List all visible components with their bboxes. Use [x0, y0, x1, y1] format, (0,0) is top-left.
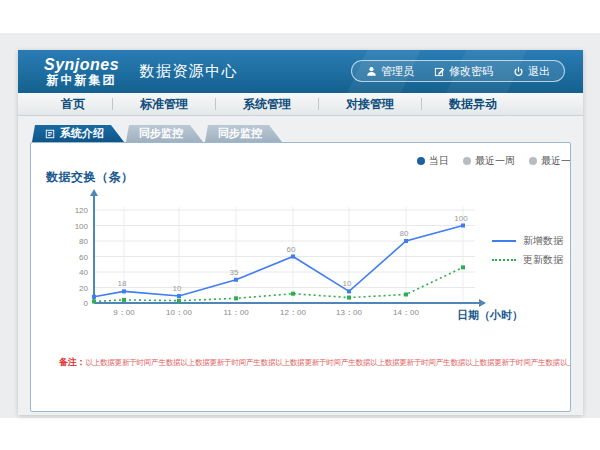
range-option-label: 当日	[429, 154, 449, 168]
svg-text:日期（小时）: 日期（小时）	[457, 309, 523, 322]
content-area: 系统介绍 同步监控 同步监控 当日 最近一周	[18, 116, 583, 415]
legend-item-new-data: 新增数据	[492, 231, 563, 250]
svg-text:35: 35	[230, 268, 239, 277]
tab-sync-monitor-2[interactable]: 同步监控	[205, 125, 282, 142]
page-title: 数据资源中心	[139, 62, 238, 81]
change-password-label: 修改密码	[449, 64, 493, 79]
edit-icon	[434, 66, 445, 77]
brand-logo-subtext: 新中新集团	[44, 74, 119, 87]
logout-label: 退出	[528, 64, 550, 79]
range-option[interactable]: 当日	[417, 154, 449, 168]
footnote-text: 以上数据更新于时间产生数据以上数据更新于时间产生数据以上数据更新于时间产生数据以…	[85, 358, 571, 367]
svg-text:60: 60	[79, 253, 88, 262]
app-window: Synjones 新中新集团 数据资源中心 管理员 修改密码 退出	[18, 50, 583, 415]
svg-text:80: 80	[79, 237, 88, 246]
svg-text:40: 40	[79, 268, 88, 277]
main-nav: 首页 标准管理 系统管理 对接管理 数据异动	[18, 93, 583, 116]
svg-text:18: 18	[118, 279, 127, 288]
svg-text:80: 80	[400, 229, 409, 238]
svg-text:13：00: 13：00	[336, 308, 362, 317]
svg-text:14：00: 14：00	[393, 308, 419, 317]
svg-text:10: 10	[343, 279, 352, 288]
dotted-line-swatch-icon	[492, 259, 516, 261]
range-option-label: 最近一周	[475, 154, 515, 168]
current-user-label: 管理员	[381, 64, 414, 79]
screen: Synjones 新中新集团 数据资源中心 管理员 修改密码 退出	[0, 0, 600, 450]
app-header: Synjones 新中新集团 数据资源中心 管理员 修改密码 退出	[18, 50, 583, 93]
legend-label: 新增数据	[523, 234, 563, 248]
tab-system-intro[interactable]: 系统介绍	[32, 125, 124, 142]
legend-item-update-data: 更新数据	[492, 250, 563, 269]
tab-label: 同步监控	[139, 126, 183, 141]
nav-item-standard-mgmt[interactable]: 标准管理	[113, 96, 215, 113]
brand-logo: Synjones 新中新集团	[44, 56, 119, 87]
chart-panel: 当日 最近一周 最近一月 数据交换（条） 0204060801001209：00…	[30, 142, 571, 412]
chart-legend: 新增数据 更新数据	[492, 231, 563, 269]
tab-bar: 系统介绍 同步监控 同步监控	[32, 125, 284, 142]
svg-text:9：00: 9：00	[113, 308, 135, 317]
svg-text:12：00: 12：00	[280, 308, 306, 317]
solid-line-swatch-icon	[492, 240, 516, 242]
y-axis-title: 数据交换（条）	[46, 169, 134, 186]
document-icon	[45, 129, 55, 139]
svg-text:11：00: 11：00	[223, 308, 249, 317]
range-option[interactable]: 最近一周	[463, 154, 515, 168]
change-password-button[interactable]: 修改密码	[434, 64, 493, 79]
nav-item-interface-mgmt[interactable]: 对接管理	[319, 96, 421, 113]
logout-button[interactable]: 退出	[513, 64, 550, 79]
user-toolbar: 管理员 修改密码 退出	[351, 60, 565, 82]
svg-text:120: 120	[75, 206, 89, 215]
brand-logo-text: Synjones	[44, 56, 119, 74]
svg-text:100: 100	[75, 222, 89, 231]
svg-text:100: 100	[454, 214, 468, 223]
radio-dot-icon	[463, 157, 471, 165]
tab-label: 系统介绍	[60, 126, 104, 141]
nav-item-data-change[interactable]: 数据异动	[422, 96, 524, 113]
svg-text:10: 10	[173, 284, 182, 293]
line-chart: 0204060801001209：0010：0011：0012：0013：001…	[41, 186, 531, 331]
time-range-filter: 当日 最近一周 最近一月	[417, 154, 571, 168]
current-user-button[interactable]: 管理员	[366, 64, 414, 79]
tab-label: 同步监控	[218, 126, 262, 141]
nav-item-system-mgmt[interactable]: 系统管理	[216, 96, 318, 113]
range-option[interactable]: 最近一月	[529, 154, 571, 168]
svg-text:60: 60	[287, 245, 296, 254]
tab-sync-monitor-1[interactable]: 同步监控	[126, 125, 203, 142]
legend-label: 更新数据	[523, 253, 563, 267]
nav-item-home[interactable]: 首页	[34, 96, 112, 113]
svg-text:0: 0	[84, 299, 89, 308]
user-icon	[366, 66, 377, 77]
footnote-prefix: 备注：	[59, 357, 85, 367]
svg-text:10：00: 10：00	[166, 308, 192, 317]
range-option-label: 最近一月	[541, 154, 571, 168]
power-icon	[513, 66, 524, 77]
svg-text:20: 20	[79, 284, 88, 293]
radio-dot-icon	[529, 157, 537, 165]
radio-dot-icon	[417, 157, 425, 165]
footnote: 备注：以上数据更新于时间产生数据以上数据更新于时间产生数据以上数据更新于时间产生…	[59, 356, 571, 369]
